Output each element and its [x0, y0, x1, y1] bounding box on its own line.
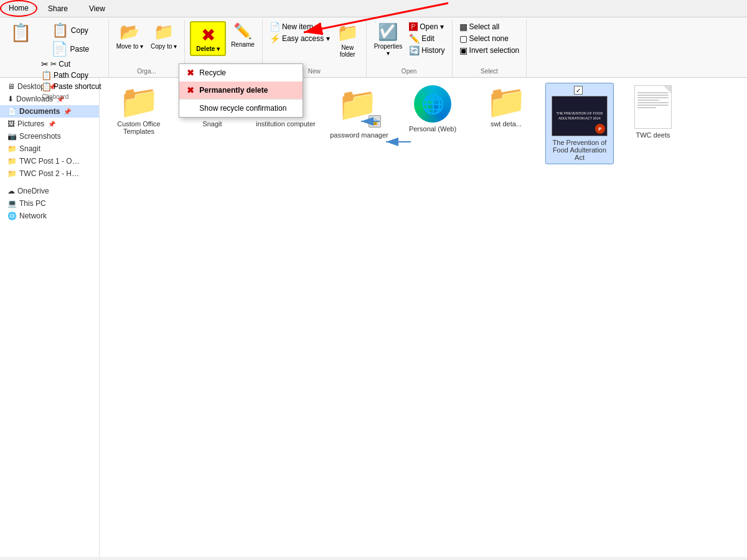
network-icon: 🌐	[7, 212, 17, 220]
file-item[interactable]: 📁 🔒 password manager	[325, 83, 393, 164]
documents-icon: 📄	[7, 107, 17, 116]
paste-button[interactable]: 📄 Paste	[37, 40, 103, 58]
move-to-button[interactable]: 📂 Move to ▾	[114, 21, 146, 51]
history-button[interactable]: 🔄 History	[407, 45, 446, 56]
select-none-button[interactable]: ▢ Select none	[458, 33, 522, 44]
sidebar-item-onedrive[interactable]: ☁ OneDrive	[0, 185, 99, 197]
easy-access-button[interactable]: ⚡ Easy access ▾	[268, 33, 332, 44]
ribbon-content: 📋 📋 Copy 📄 Paste ✂ ✂ Cut	[0, 17, 747, 77]
select-label: Select	[481, 67, 498, 76]
organize-group: 📂 Move to ▾ 📁 Copy to ▾ Orga...	[109, 20, 186, 77]
new-sub-btns: 📄 New item ▾ ⚡ Easy access ▾	[268, 21, 332, 44]
new-item-button[interactable]: 📄 New item ▾	[268, 21, 332, 32]
clipboard-main-btns: 📋 Copy 📄 Paste ✂ ✂ Cut 📋	[37, 21, 103, 92]
permanently-delete-option[interactable]: ✖ Permanently delete	[179, 82, 303, 99]
folder-icon: 📁	[486, 85, 527, 118]
new-folder-button[interactable]: 📁 Newfolder	[334, 21, 361, 59]
rename-button[interactable]: ✏️ Rename	[228, 21, 257, 49]
sidebar-item-snagit[interactable]: 📁 Snagit	[0, 142, 99, 155]
new-items: 📄 New item ▾ ⚡ Easy access ▾ 📁 Newfolder	[268, 21, 361, 67]
file-checkbox[interactable]: ✓	[574, 86, 583, 95]
sidebar-item-pictures[interactable]: 🖼 Pictures 📌	[0, 118, 99, 130]
password-folder-icon: 📁 🔒	[337, 85, 381, 129]
clipboard-label: Clipboard	[42, 92, 68, 101]
copy-to-button[interactable]: 📁 Copy to ▾	[148, 21, 179, 51]
sidebar-item-thispc[interactable]: 💻 This PC	[0, 197, 99, 210]
onedrive-icon: ☁	[7, 187, 15, 195]
copy-button[interactable]: 📋 Copy	[37, 21, 103, 40]
ribbon: Home Share View 📋 📋 Copy 📄	[0, 0, 747, 78]
doc-lines	[635, 86, 671, 112]
file-item[interactable]: 🌐 Personal (Web)	[398, 83, 467, 164]
recycle-option[interactable]: ✖ Recycle	[179, 64, 303, 82]
ribbon-tab-bar: Home Share View	[0, 0, 747, 17]
delete-button[interactable]: ✖ Delete ▾	[190, 21, 226, 56]
open-group: ☑️ Properties▾ 🅿 Open ▾ ✏️ Edit 🔄 Histor…	[367, 20, 453, 77]
select-group: ▦ Select all ▢ Select none ▣ Invert sele…	[453, 20, 527, 77]
ppt-thumbnail: THE PREVENTION OF FOOD ADULTERATION ACT …	[552, 96, 608, 136]
document-icon	[634, 85, 672, 129]
cut-button[interactable]: ✂ ✂ Cut	[39, 58, 103, 70]
thispc-icon: 💻	[7, 199, 17, 208]
sidebar-item-network[interactable]: 🌐 Network	[0, 210, 99, 222]
copy-path-button[interactable]: 📋 Path Copy	[39, 70, 103, 81]
sidebar-item-twc2[interactable]: 📁 TWC Post 2 - How t...	[0, 167, 99, 180]
file-area: 📁 Custom Office Templates 📁 Snagit 📁 ins…	[100, 78, 747, 557]
sidebar: 🖥 Desktop 📌 ⬇ Downloads 📌 📄 Documents 📌 …	[0, 78, 100, 557]
folder-icon: 📁	[119, 85, 159, 118]
invert-selection-button[interactable]: ▣ Invert selection	[458, 45, 522, 56]
open-items: ☑️ Properties▾ 🅿 Open ▾ ✏️ Edit 🔄 Histor…	[372, 21, 447, 67]
select-all-button[interactable]: ▦ Select all	[458, 21, 522, 32]
select-sub-btns: ▦ Select all ▢ Select none ▣ Invert sele…	[458, 21, 522, 56]
open-label: Open	[402, 67, 416, 76]
file-item[interactable]: 📁 swt deta...	[472, 83, 540, 164]
snagit-icon: 📁	[7, 144, 17, 153]
sidebar-item-twc1[interactable]: 📁 TWC Post 1 - Onlin...	[0, 155, 99, 167]
new-label: New	[308, 67, 321, 76]
downloads-icon: ⬇	[7, 95, 14, 103]
sidebar-item-documents[interactable]: 📄 Documents 📌	[0, 105, 99, 118]
open-button[interactable]: 🅿 Open ▾	[407, 21, 446, 32]
file-item-selected[interactable]: ✓ THE PREVENTION OF FOOD ADULTERATION AC…	[545, 83, 614, 164]
tab-share[interactable]: Share	[37, 0, 78, 17]
back-button[interactable]: 📋	[7, 21, 34, 45]
paste-shortcut-button[interactable]: 📋 Paste shortcut	[39, 81, 103, 92]
tab-home[interactable]: Home	[0, 0, 37, 17]
main-layout: 🖥 Desktop 📌 ⬇ Downloads 📌 📄 Documents 📌 …	[0, 78, 747, 557]
pictures-icon: 🖼	[7, 119, 15, 128]
tab-view[interactable]: View	[78, 0, 116, 17]
organize-label: Orga...	[137, 67, 156, 76]
edge-icon: 🌐	[414, 85, 451, 123]
clipboard-group: 📋 📋 Copy 📄 Paste ✂ ✂ Cut	[2, 20, 109, 77]
ppt-checkbox-area: ✓	[574, 86, 585, 96]
delete-dropdown: ✖ Recycle ✖ Permanently delete ✖ Show re…	[179, 63, 303, 118]
file-item[interactable]: 📁 Custom Office Templates	[105, 83, 173, 164]
select-items: ▦ Select all ▢ Select none ▣ Invert sele…	[458, 21, 522, 67]
open-sub-btns: 🅿 Open ▾ ✏️ Edit 🔄 History	[407, 21, 446, 56]
sidebar-item-screenshots[interactable]: 📷 Screenshots	[0, 130, 99, 142]
clipboard-sub-btns: ✂ ✂ Cut 📋 Path Copy 📋 Paste shortcut	[39, 58, 103, 92]
powerpoint-badge: P	[595, 124, 605, 134]
twc2-icon: 📁	[7, 169, 17, 178]
properties-button[interactable]: ☑️ Properties▾	[372, 21, 405, 58]
organize-items: 📂 Move to ▾ 📁 Copy to ▾	[114, 21, 180, 67]
edit-button[interactable]: ✏️ Edit	[407, 33, 446, 44]
delete-group: ✖ Delete ▾ ✏️ Rename ✖ Recycle ✖ Permane…	[185, 20, 263, 77]
file-item[interactable]: TWC deets	[619, 83, 687, 164]
show-recycle-confirmation-option[interactable]: ✖ Show recycle confirmation	[179, 100, 303, 117]
ppt-thumb-text: THE PREVENTION OF FOOD ADULTERATION ACT …	[552, 109, 607, 123]
clipboard-items: 📋 📋 Copy 📄 Paste ✂ ✂ Cut	[7, 21, 103, 92]
screenshots-icon: 📷	[7, 132, 17, 141]
twc1-icon: 📁	[7, 157, 17, 166]
